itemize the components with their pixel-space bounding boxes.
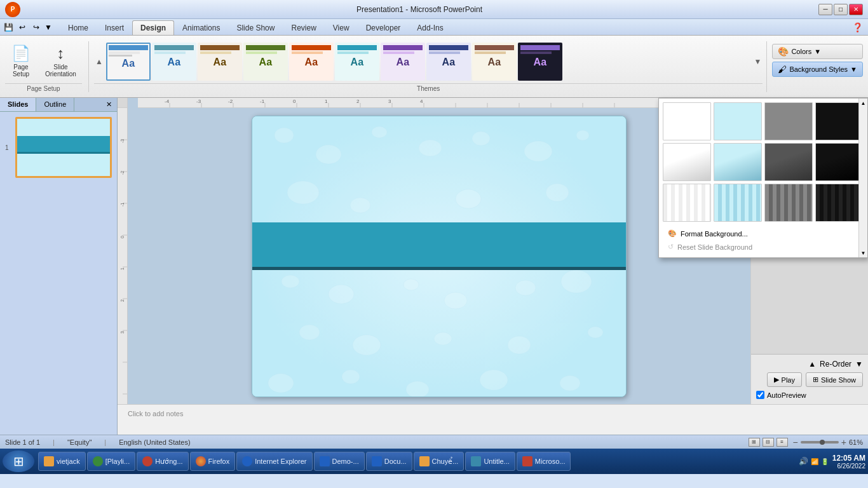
close-button[interactable]: ✕ xyxy=(849,4,863,15)
microso-label: Microso... xyxy=(535,458,566,465)
svg-text:-2: -2 xyxy=(228,98,233,104)
slideshow-button[interactable]: ⊞ Slide Show xyxy=(806,372,863,387)
taskbar-item-chuye[interactable]: Chuyể... xyxy=(414,452,465,471)
scroll-up-arrow[interactable]: ▲ xyxy=(94,56,104,67)
zoom-in-button[interactable]: + xyxy=(841,437,846,447)
slides-tab[interactable]: Slides xyxy=(0,98,36,111)
tab-animations[interactable]: Animations xyxy=(174,20,228,35)
theme-2[interactable]: Aa xyxy=(198,43,242,81)
normal-view-icon[interactable]: ⊞ xyxy=(749,438,760,447)
reset-slide-background-button[interactable]: ↺ Reset Slide Background xyxy=(663,240,864,254)
redo-quick-btn[interactable]: ↪ xyxy=(31,22,42,33)
taskbar-item-microso[interactable]: Microso... xyxy=(517,452,571,471)
design-right-buttons: 🎨 Colors ▼ 🖌 Background Styles ▼ xyxy=(772,41,863,92)
clock: 12:05 AM 6/26/2022 xyxy=(832,454,865,470)
bg-swatch-8[interactable] xyxy=(815,143,864,181)
svg-point-43 xyxy=(275,128,294,143)
bg-scroll-up[interactable]: ▲ xyxy=(859,98,867,107)
bg-styles-dropdown-panel: 🎨 Format Background... ↺ Reset Slide Bac… xyxy=(658,98,868,258)
tab-home[interactable]: Home xyxy=(60,20,97,35)
play-button[interactable]: ▶ Play xyxy=(767,372,802,387)
slide-1-thumbnail[interactable] xyxy=(15,117,112,178)
taskbar-item-docu[interactable]: Docu... xyxy=(366,452,412,471)
zoom-out-button[interactable]: − xyxy=(793,437,798,447)
svg-point-74 xyxy=(560,376,580,391)
slide-orientation-button[interactable]: ↕ SlideOrientation xyxy=(39,42,82,80)
tab-slideshow[interactable]: Slide Show xyxy=(228,20,283,35)
tab-view[interactable]: View xyxy=(325,20,358,35)
tab-addins[interactable]: Add-Ins xyxy=(409,20,451,35)
minimize-button[interactable]: ─ xyxy=(818,4,832,15)
bg-swatch-7[interactable] xyxy=(764,143,813,181)
svg-text:-1: -1 xyxy=(260,98,265,104)
autopreview-checkbox[interactable] xyxy=(756,391,764,399)
taskbar-right: 🔊 📶 🔋 12:05 AM 6/26/2022 xyxy=(799,454,865,470)
theme-5[interactable]: Aa xyxy=(335,43,379,81)
bg-swatch-4[interactable] xyxy=(815,102,864,140)
undo-quick-btn[interactable]: ↩ xyxy=(17,22,28,33)
start-button[interactable]: ⊞ xyxy=(3,451,34,472)
format-background-button[interactable]: 🎨 Format Background... xyxy=(663,227,864,240)
tab-design[interactable]: Design xyxy=(132,20,174,35)
theme-9[interactable]: Aa xyxy=(518,43,562,81)
bg-scroll-down[interactable]: ▼ xyxy=(859,248,867,257)
maximize-button[interactable]: □ xyxy=(834,4,848,15)
bg-swatch-1[interactable] xyxy=(663,102,711,140)
bg-swatch-11[interactable] xyxy=(764,184,813,222)
taskbar-item-firefox[interactable]: Firefox xyxy=(190,452,236,471)
taskbar-item-demo[interactable]: Demo-... xyxy=(314,452,365,471)
move-up-icon[interactable]: ▲ xyxy=(808,360,816,369)
theme-1[interactable]: Aa xyxy=(152,43,196,81)
bg-swatch-9[interactable] xyxy=(663,184,711,222)
theme-8[interactable]: Aa xyxy=(472,43,517,81)
tab-insert[interactable]: Insert xyxy=(97,20,132,35)
zoom-level: 61% xyxy=(849,438,863,446)
themes-list: Aa Aa Aa Aa xyxy=(106,43,751,81)
zoom-slider[interactable] xyxy=(801,441,839,444)
theme-3[interactable]: Aa xyxy=(243,43,288,81)
system-tray: 🔊 📶 🔋 xyxy=(799,457,829,466)
taskbar-item-playlist[interactable]: [Playli... xyxy=(87,452,136,471)
reading-view-icon[interactable]: ≡ xyxy=(776,438,788,447)
slide-sorter-icon[interactable]: ⊟ xyxy=(763,438,774,447)
slide-canvas[interactable] xyxy=(252,116,627,397)
svg-point-59 xyxy=(281,275,299,288)
colors-button[interactable]: 🎨 Colors ▼ xyxy=(772,44,863,59)
theme-default[interactable]: Aa xyxy=(106,43,151,81)
outline-tab[interactable]: Outline xyxy=(36,98,74,111)
bg-swatch-2[interactable] xyxy=(714,102,762,140)
theme-7[interactable]: Aa xyxy=(426,43,471,81)
slide-thumb-container: 1 xyxy=(5,117,112,178)
panel-close-button[interactable]: ✕ xyxy=(101,98,117,111)
bg-swatch-6[interactable] xyxy=(714,143,762,181)
theme-6[interactable]: Aa xyxy=(381,43,425,81)
taskbar-item-untitle[interactable]: Untitle... xyxy=(465,452,515,471)
svg-rect-25 xyxy=(118,108,128,404)
scroll-down-arrow[interactable]: ▼ xyxy=(753,56,763,67)
svg-text:-1: -1 xyxy=(120,203,125,207)
tab-developer[interactable]: Developer xyxy=(358,20,409,35)
bg-swatch-3[interactable] xyxy=(764,102,813,140)
page-setup-button[interactable]: 📄 PageSetup xyxy=(5,42,37,80)
customize-quick-btn[interactable]: ▼ xyxy=(44,22,52,33)
bg-panel-scrollbar[interactable]: ▲ ▼ xyxy=(858,98,867,257)
svg-point-63 xyxy=(515,280,536,295)
svg-point-64 xyxy=(561,270,592,293)
tab-review[interactable]: Review xyxy=(283,20,324,35)
bg-swatch-10[interactable] xyxy=(714,184,762,222)
theme-4[interactable]: Aa xyxy=(289,43,334,81)
save-quick-btn[interactable]: 💾 xyxy=(3,22,14,33)
taskbar-item-vietjack[interactable]: vietjack xyxy=(38,452,86,471)
slide-canvas-area[interactable] xyxy=(128,108,750,404)
help-icon[interactable]: ❓ xyxy=(852,22,863,32)
taskbar-item-huong[interactable]: Hướng... xyxy=(137,452,188,471)
notes-area[interactable]: Click to add notes xyxy=(118,404,868,435)
reorder-row: ▲ Re-Order ▼ xyxy=(756,360,863,369)
bg-swatch-12[interactable] xyxy=(815,184,864,222)
taskbar-item-ie[interactable]: Internet Explorer xyxy=(236,452,312,471)
move-down-icon[interactable]: ▼ xyxy=(855,360,863,369)
background-styles-button[interactable]: 🖌 Background Styles ▼ xyxy=(772,62,863,77)
bg-swatch-5[interactable] xyxy=(663,143,711,181)
slides-list: 1 xyxy=(0,112,117,435)
slide-info: Slide 1 of 1 xyxy=(5,438,40,446)
